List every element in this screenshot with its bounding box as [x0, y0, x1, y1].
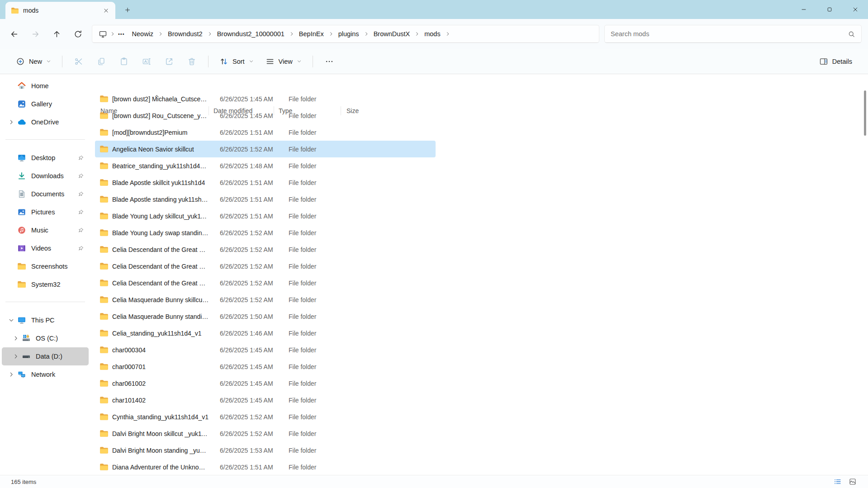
- drive-os-icon: [22, 334, 31, 343]
- file-row[interactable]: Beatrice_standing_yuk11sh1d4_v16/26/2025…: [95, 157, 436, 174]
- forward-button[interactable]: [28, 26, 43, 42]
- chevron-right-icon[interactable]: [12, 353, 20, 360]
- sidebar-item-data-d[interactable]: Data (D:): [2, 347, 89, 365]
- file-row[interactable]: Diana Adventurer of the Unknown skillcut…: [95, 459, 436, 475]
- file-row[interactable]: Celia Descendant of the Great Witch stan…: [95, 275, 436, 291]
- folder-icon: [100, 379, 109, 387]
- sidebar-item-home[interactable]: Home: [2, 77, 89, 95]
- see-more-button[interactable]: [319, 53, 340, 70]
- sidebar-item-desktop[interactable]: Desktop: [2, 149, 89, 167]
- view-button[interactable]: View: [261, 53, 307, 70]
- sidebar-item-this-pc[interactable]: This PC: [2, 311, 89, 329]
- maximize-button[interactable]: [816, 0, 842, 19]
- sidebar-item-onedrive[interactable]: OneDrive: [2, 113, 89, 131]
- file-row[interactable]: char0610026/26/2025 1:45 AMFile folder: [95, 375, 436, 392]
- details-pane-button[interactable]: Details: [814, 53, 857, 70]
- file-row[interactable]: Celia Descendant of the Great Witch skil…: [95, 241, 436, 258]
- command-toolbar: New Sort View Details: [0, 49, 868, 74]
- address-bar[interactable]: ••• NeowizBrowndust2Browndust2_10000001B…: [92, 25, 599, 43]
- file-list-pane: NameDate modifiedTypeSize [brown dust2] …: [90, 74, 868, 475]
- new-tab-button[interactable]: [121, 3, 134, 17]
- refresh-button[interactable]: [70, 26, 85, 42]
- file-row[interactable]: char0007016/26/2025 1:45 AMFile folder: [95, 358, 436, 375]
- sidebar-item-os-c[interactable]: OS (C:): [2, 329, 89, 347]
- file-date-modified: 6/26/2025 1:51 AM: [209, 464, 274, 471]
- up-button[interactable]: [49, 26, 64, 42]
- downloads-icon: [17, 171, 26, 180]
- file-row[interactable]: Celia_standing_yuk11sh1d4_v16/26/2025 1:…: [95, 325, 436, 341]
- sort-icon: [219, 57, 228, 66]
- sidebar-item-music[interactable]: Music: [2, 221, 89, 239]
- file-row[interactable]: Blade Apostle skillcit yuk11sh1d46/26/20…: [95, 174, 436, 191]
- file-name-cell: Dalvi Bright Moon standing _yuk11sh1d4 .…: [95, 446, 209, 454]
- breadcrumb-item-browndust2[interactable]: Browndust2: [163, 29, 207, 39]
- file-row[interactable]: Blade Young Lady skillcut_yuk11sh1d46/26…: [95, 208, 436, 224]
- breadcrumb-item-neowiz[interactable]: Neowiz: [128, 29, 158, 39]
- file-row[interactable]: Cynthia_standing_yuk11sh1d4_v16/26/2025 …: [95, 408, 436, 425]
- close-window-button[interactable]: [842, 0, 868, 19]
- file-date-modified: 6/26/2025 1:52 AM: [209, 146, 274, 153]
- share-button[interactable]: [159, 53, 180, 70]
- chevron-right-icon[interactable]: [7, 371, 15, 378]
- breadcrumb-item-mods[interactable]: mods: [420, 29, 445, 39]
- file-row[interactable]: Angelica Neon Savior skillcut6/26/2025 1…: [95, 141, 436, 157]
- file-name: Cynthia_standing_yuk11sh1d4_v1: [112, 413, 209, 421]
- file-name-cell: Blade Young Lady skillcut_yuk11sh1d4: [95, 212, 209, 220]
- file-name-cell: Celia Descendant of the Great Witch skil…: [95, 246, 209, 253]
- file-date-modified: 6/26/2025 1:45 AM: [209, 380, 274, 387]
- details-view-toggle[interactable]: [833, 477, 842, 487]
- sidebar-item-network[interactable]: Network: [2, 365, 89, 384]
- chevron-spacer: [7, 155, 15, 161]
- rename-button[interactable]: [136, 53, 157, 70]
- chevron-right-icon[interactable]: [12, 335, 20, 341]
- vertical-scrollbar-thumb[interactable]: [864, 90, 866, 136]
- breadcrumb-overflow[interactable]: •••: [115, 31, 128, 37]
- file-row[interactable]: Celia Descendant of the Great Witch skil…: [95, 258, 436, 275]
- file-name-cell: char101402: [95, 396, 209, 404]
- navigation-bar: ••• NeowizBrowndust2Browndust2_10000001B…: [0, 19, 868, 49]
- file-row[interactable]: [brown dust2] Rou_Cutscene_yuk11sh1d46/2…: [95, 107, 436, 124]
- file-row[interactable]: [brown dust2] Michaela_Cutscene_yuk11s..…: [95, 90, 436, 107]
- file-row[interactable]: Blade Apostle standing yuk11sh1d46/26/20…: [95, 191, 436, 208]
- delete-button[interactable]: [181, 53, 202, 70]
- file-row[interactable]: char0003046/26/2025 1:45 AMFile folder: [95, 341, 436, 358]
- explorer-tab[interactable]: mods: [5, 2, 115, 19]
- sidebar-item-system32[interactable]: System32: [2, 275, 89, 294]
- file-row[interactable]: [mod][browndust2]Pemium6/26/2025 1:51 AM…: [95, 124, 436, 141]
- file-row[interactable]: Celia Masquerade Bunny standing yuk11s..…: [95, 308, 436, 325]
- cut-icon: [74, 57, 83, 66]
- copy-button[interactable]: [91, 53, 112, 70]
- file-row[interactable]: Blade Young Lady swap standing yuk11sh..…: [95, 224, 436, 241]
- breadcrumb-item-plugins[interactable]: plugins: [334, 29, 364, 39]
- file-row[interactable]: Dalvi Bright Moon standing _yuk11sh1d4 .…: [95, 442, 436, 459]
- sidebar-item-documents[interactable]: Documents: [2, 185, 89, 203]
- file-row[interactable]: char1014026/26/2025 1:45 AMFile folder: [95, 392, 436, 408]
- new-button[interactable]: New: [11, 53, 56, 70]
- network-icon: [17, 370, 26, 379]
- minimize-button[interactable]: [791, 0, 816, 19]
- sidebar-item-pictures[interactable]: Pictures: [2, 203, 89, 221]
- search-input[interactable]: [611, 30, 848, 38]
- breadcrumb-item-bepinex[interactable]: BepInEx: [294, 29, 328, 39]
- sidebar-item-gallery[interactable]: Gallery: [2, 95, 89, 113]
- file-date-modified: 6/26/2025 1:52 AM: [209, 280, 274, 287]
- file-name: Celia_standing_yuk11sh1d4_v1: [112, 330, 201, 337]
- file-row[interactable]: Dalvi Bright Moon skillcut _yuk11sh1d4 v…: [95, 425, 436, 442]
- breadcrumb-item-browndustx[interactable]: BrownDustX: [369, 29, 415, 39]
- chevron-right-icon[interactable]: [7, 119, 15, 125]
- sort-button[interactable]: Sort: [214, 53, 259, 70]
- sidebar-item-label: Home: [31, 82, 49, 90]
- breadcrumb-item-browndust2-10000001[interactable]: Browndust2_10000001: [213, 29, 289, 39]
- paste-button[interactable]: [114, 53, 134, 70]
- file-type: File folder: [274, 296, 341, 303]
- cut-button[interactable]: [68, 53, 89, 70]
- tab-close-button[interactable]: [100, 5, 112, 16]
- sidebar-item-downloads[interactable]: Downloads: [2, 167, 89, 185]
- chevron-down-icon[interactable]: [7, 317, 15, 323]
- sidebar-item-screenshots[interactable]: Screenshots: [2, 257, 89, 275]
- thumbnail-view-toggle[interactable]: [848, 477, 857, 487]
- file-date-modified: 6/26/2025 1:45 AM: [209, 346, 274, 354]
- back-button[interactable]: [6, 26, 22, 42]
- sidebar-item-videos[interactable]: Videos: [2, 239, 89, 257]
- file-row[interactable]: Celia Masquerade Bunny skillcut yuk11sh.…: [95, 291, 436, 308]
